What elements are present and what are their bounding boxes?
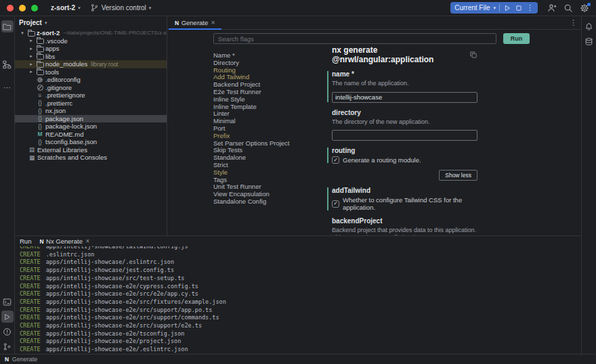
terminal-icon	[3, 298, 12, 306]
show-less-button[interactable]: Show less	[439, 170, 477, 181]
editor-area: N Generate ✕ ⋮ Run Name *DirectoryRoutin…	[167, 16, 581, 235]
notifications-button[interactable]	[583, 20, 595, 32]
flag-link-inline-style[interactable]: Inline Style	[213, 96, 328, 104]
tree-item-node-modules[interactable]: ▸node_moduleslibrary root	[15, 60, 167, 68]
close-window-button[interactable]	[7, 5, 14, 12]
chevron-right-icon[interactable]: ▸	[27, 53, 35, 59]
flag-link-inline-template[interactable]: Inline Template	[213, 104, 328, 111]
flag-link-port[interactable]: Port	[213, 125, 328, 133]
tab-options-icon[interactable]: ⋮	[570, 19, 577, 26]
chevron-right-icon[interactable]: ▸	[27, 62, 35, 67]
run-icon[interactable]	[503, 4, 511, 12]
tree-item-label: package-lock.json	[45, 122, 97, 130]
directory-input[interactable]	[332, 130, 477, 141]
minimize-window-button[interactable]	[19, 5, 26, 12]
flag-link-directory[interactable]: Directory	[213, 60, 328, 67]
tree-item-nx-json[interactable]: {}nx.json	[15, 107, 167, 115]
terminal-tool-button[interactable]	[1, 296, 14, 308]
field-label: addTailwind	[332, 187, 477, 194]
tree-item--vscode[interactable]: ▸.vscode	[15, 37, 167, 45]
name-input[interactable]	[332, 92, 477, 103]
flag-link-strict[interactable]: Strict	[213, 162, 328, 169]
chevron-down-icon: ▾	[493, 5, 496, 10]
stop-icon[interactable]	[515, 4, 523, 12]
tree-item-tools[interactable]: ▸tools	[15, 68, 167, 76]
run-generate-button[interactable]: Run	[503, 33, 530, 44]
tree-item-libs[interactable]: ▸libs	[15, 53, 167, 61]
settings-button[interactable]	[580, 3, 589, 13]
field-label: directory	[332, 109, 477, 116]
tree-item-label: tools	[45, 68, 59, 76]
field-description: The directory of the new application.	[332, 118, 477, 126]
project-panel-header[interactable]: Project ▾	[15, 16, 167, 29]
flag-link-prefix[interactable]: Prefix	[213, 133, 328, 140]
console-line: CREATEapps/intellij-showcase-e2e/tsconfi…	[20, 330, 581, 338]
project-tool-button[interactable]	[1, 20, 14, 32]
run-tab-label: Nx Generate	[46, 237, 83, 245]
chevron-right-icon[interactable]: ▸	[27, 38, 35, 43]
routing-checkbox[interactable]: ✓	[332, 156, 339, 164]
search-icon[interactable]	[563, 3, 573, 13]
tree-item-label: .prettierrc	[45, 99, 72, 107]
tab-label: Generate	[182, 19, 209, 26]
addTailwind-checkbox[interactable]: ✓	[332, 200, 339, 208]
console-line: CREATEapps/intellij-showcase/.eslintrc.j…	[20, 258, 581, 267]
tree-item-label: z-sort-2	[37, 29, 60, 37]
console-line: CREATEapps/intellij-showcase-e2e/.eslint…	[20, 346, 581, 354]
database-tool-button[interactable]	[583, 35, 595, 47]
tree-item--gitignore[interactable]: .gitignore	[15, 84, 167, 92]
editor-tab-bar: N Generate ✕ ⋮	[167, 16, 581, 30]
field-label: name *	[332, 70, 477, 78]
tree-item-external-libraries[interactable]: ▤External Libraries	[15, 146, 167, 154]
flag-link-standalone[interactable]: Standalone	[213, 154, 328, 162]
copy-icon[interactable]	[469, 51, 477, 59]
close-run-tab-icon[interactable]: ✕	[85, 238, 90, 244]
tree-item-package-json[interactable]: {}package.json	[15, 115, 167, 123]
search-flags-input[interactable]	[213, 33, 496, 44]
no-entry-icon	[35, 85, 45, 91]
chevron-right-icon[interactable]: ▸	[27, 46, 35, 51]
project-selector[interactable]: z-sort-2 ▾	[46, 0, 85, 16]
tree-item-label: External Libraries	[37, 146, 87, 154]
console-output[interactable]: CREATEapps/intellij-showcase/tailwind.co…	[15, 246, 581, 354]
run-configuration-widget[interactable]: Current File ▾ ⋮	[450, 2, 538, 14]
tree-item--prettierignore[interactable]: ≡.prettierignore	[15, 91, 167, 99]
flag-link-standalone-config[interactable]: Standalone Config	[213, 198, 328, 206]
tree-item-apps[interactable]: ▸apps	[15, 45, 167, 53]
vcs-tool-button[interactable]	[1, 340, 14, 352]
flag-link-minimal[interactable]: Minimal	[213, 118, 328, 125]
tab-generate[interactable]: N Generate ✕	[169, 16, 221, 29]
chevron-down-icon[interactable]: ▾	[18, 30, 26, 36]
more-run-options-icon[interactable]: ⋮	[526, 4, 534, 12]
checkbox-label: Generate a routing module.	[343, 156, 421, 164]
tree-item-z-sort-2[interactable]: ▾z-sort-2~/data/projects/ONE-TIME-PROJEC…	[15, 29, 167, 37]
vcs-widget[interactable]: Version control ▾	[85, 0, 156, 16]
flag-link-style[interactable]: Style	[213, 169, 328, 177]
titlebar-actions	[547, 3, 589, 13]
project-panel-title: Project	[19, 19, 42, 26]
field-name: name *The name of the application.	[327, 70, 477, 103]
console-line: CREATEapps/intellij-showcase-e2e/project…	[20, 338, 581, 346]
divider	[499, 4, 500, 12]
run-tab-nx-generate[interactable]: N Nx Generate ✕	[39, 237, 89, 245]
problems-tool-button[interactable]	[1, 325, 14, 338]
run-tool-button[interactable]	[1, 311, 14, 323]
zoom-window-button[interactable]	[31, 5, 38, 12]
braces-icon: {}	[35, 100, 45, 106]
tree-item--editorconfig[interactable]: .editorconfig	[15, 76, 167, 84]
console-line: CREATE.eslintrc.json	[20, 251, 581, 259]
tree-item-readme-md[interactable]: MREADME.md	[15, 131, 167, 139]
tree-item-scratches-and-consoles[interactable]: ▦Scratches and Consoles	[15, 154, 167, 162]
folder-icon	[35, 61, 45, 68]
tree-item-tsconfig-base-json[interactable]: {}tsconfig.base.json	[15, 138, 167, 146]
close-tab-icon[interactable]: ✕	[211, 20, 215, 26]
tree-item-label: README.md	[45, 131, 83, 138]
braces-icon: {}	[35, 139, 45, 145]
more-tool-windows-button[interactable]: ⋯	[1, 81, 14, 93]
tree-item-package-lock-json[interactable]: {}package-lock.json	[15, 122, 167, 131]
tree-item--prettierrc[interactable]: {}.prettierrc	[15, 99, 167, 108]
problems-icon	[3, 327, 12, 336]
add-user-icon[interactable]	[547, 3, 557, 13]
chevron-right-icon[interactable]: ▸	[27, 69, 35, 74]
structure-tool-button[interactable]	[1, 58, 14, 70]
